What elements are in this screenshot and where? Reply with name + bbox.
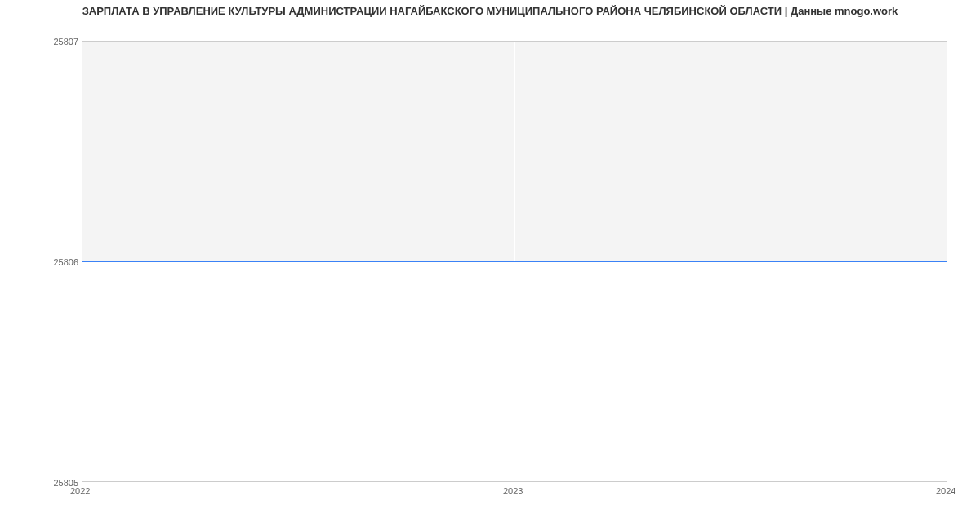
y-tick-mid: 25806 [5, 258, 78, 267]
data-series-line [82, 261, 947, 262]
plot-area [82, 41, 947, 482]
x-tick-right: 2024 [936, 487, 956, 496]
chart-title: ЗАРПЛАТА В УПРАВЛЕНИЕ КУЛЬТУРЫ АДМИНИСТР… [0, 5, 980, 17]
x-tick-mid: 2023 [503, 487, 523, 496]
x-tick-left: 2022 [70, 487, 90, 496]
y-tick-top: 25807 [5, 38, 78, 47]
y-tick-bottom: 25805 [5, 479, 78, 488]
salary-line-chart: ЗАРПЛАТА В УПРАВЛЕНИЕ КУЛЬТУРЫ АДМИНИСТР… [0, 0, 980, 531]
